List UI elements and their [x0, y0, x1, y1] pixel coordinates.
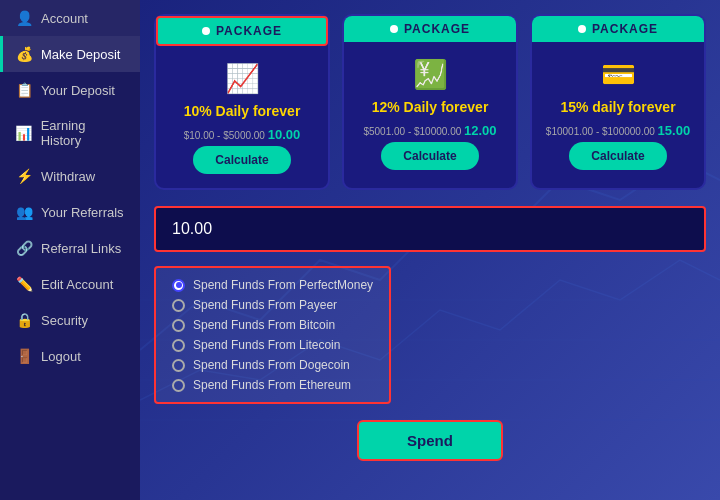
calculate-button-1[interactable]: Calculate: [381, 142, 478, 170]
calculate-button-2[interactable]: Calculate: [569, 142, 666, 170]
payment-label-0: Spend Funds From PerfectMoney: [193, 278, 373, 292]
payment-option-4[interactable]: Spend Funds From Dogecoin: [172, 358, 373, 372]
package-header-0: PACKAGE: [156, 16, 328, 46]
sidebar-label-withdraw: Withdraw: [41, 169, 95, 184]
sidebar-item-withdraw[interactable]: ⚡Withdraw: [0, 158, 140, 194]
edit-account-icon: ✏️: [15, 276, 33, 292]
package-dot-2: [578, 25, 586, 33]
sidebar-item-security[interactable]: 🔒Security: [0, 302, 140, 338]
package-header-1: PACKAGE: [344, 16, 516, 42]
payment-option-1[interactable]: Spend Funds From Payeer: [172, 298, 373, 312]
withdraw-icon: ⚡: [15, 168, 33, 184]
logout-icon: 🚪: [15, 348, 33, 364]
package-icon-0: 📈: [225, 62, 260, 95]
amount-input[interactable]: [154, 206, 706, 252]
package-header-label-2: PACKAGE: [592, 22, 658, 36]
package-header-label-1: PACKAGE: [404, 22, 470, 36]
sidebar-label-edit-account: Edit Account: [41, 277, 113, 292]
radio-circle-1: [172, 299, 185, 312]
sidebar-label-your-deposit: Your Deposit: [41, 83, 115, 98]
sidebar-item-your-deposit[interactable]: 📋Your Deposit: [0, 72, 140, 108]
package-range-2: $10001.00 - $100000.00 15.00: [546, 123, 690, 138]
package-card-1: PACKAGE 💹 12% Daily forever $5001.00 - $…: [342, 14, 518, 190]
payment-label-1: Spend Funds From Payeer: [193, 298, 337, 312]
sidebar-item-referral-links[interactable]: 🔗Referral Links: [0, 230, 140, 266]
sidebar-item-your-referrals[interactable]: 👥Your Referrals: [0, 194, 140, 230]
package-icon-2: 💳: [601, 58, 636, 91]
spend-row: Spend: [154, 420, 706, 461]
your-deposit-icon: 📋: [15, 82, 33, 98]
account-icon: 👤: [15, 10, 33, 26]
sidebar-item-account[interactable]: 👤Account: [0, 0, 140, 36]
radio-circle-0: [172, 279, 185, 292]
sidebar-item-make-deposit[interactable]: 💰Make Deposit: [0, 36, 140, 72]
package-header-label-0: PACKAGE: [216, 24, 282, 38]
package-title-1: 12% Daily forever: [366, 99, 495, 115]
your-referrals-icon: 👥: [15, 204, 33, 220]
payment-label-4: Spend Funds From Dogecoin: [193, 358, 350, 372]
security-icon: 🔒: [15, 312, 33, 328]
payment-option-2[interactable]: Spend Funds From Bitcoin: [172, 318, 373, 332]
payment-option-0[interactable]: Spend Funds From PerfectMoney: [172, 278, 373, 292]
package-title-0: 10% Daily forever: [178, 103, 307, 119]
make-deposit-icon: 💰: [15, 46, 33, 62]
sidebar-label-logout: Logout: [41, 349, 81, 364]
package-header-2: PACKAGE: [532, 16, 704, 42]
radio-circle-2: [172, 319, 185, 332]
payment-options: Spend Funds From PerfectMoney Spend Fund…: [154, 266, 391, 404]
sidebar-label-make-deposit: Make Deposit: [41, 47, 120, 62]
sidebar-item-edit-account[interactable]: ✏️Edit Account: [0, 266, 140, 302]
payment-label-2: Spend Funds From Bitcoin: [193, 318, 335, 332]
amount-row: [154, 206, 706, 252]
package-icon-1: 💹: [413, 58, 448, 91]
sidebar-item-earning-history[interactable]: 📊Earning History: [0, 108, 140, 158]
package-range-1: $5001.00 - $10000.00 12.00: [363, 123, 496, 138]
referral-links-icon: 🔗: [15, 240, 33, 256]
radio-inner-0: [176, 282, 182, 288]
sidebar-label-earning-history: Earning History: [41, 118, 128, 148]
package-badge-0: 10.00: [268, 127, 301, 142]
package-range-0: $10.00 - $5000.00 10.00: [184, 127, 301, 142]
package-card-0: PACKAGE 📈 10% Daily forever $10.00 - $50…: [154, 14, 330, 190]
package-title-2: 15% daily forever: [554, 99, 681, 115]
radio-circle-5: [172, 379, 185, 392]
earning-history-icon: 📊: [15, 125, 33, 141]
package-badge-1: 12.00: [464, 123, 497, 138]
sidebar: 👤Account💰Make Deposit📋Your Deposit📊Earni…: [0, 0, 140, 500]
payment-label-3: Spend Funds From Litecoin: [193, 338, 340, 352]
sidebar-item-logout[interactable]: 🚪Logout: [0, 338, 140, 374]
sidebar-label-your-referrals: Your Referrals: [41, 205, 124, 220]
payment-option-5[interactable]: Spend Funds From Ethereum: [172, 378, 373, 392]
payment-option-3[interactable]: Spend Funds From Litecoin: [172, 338, 373, 352]
sidebar-label-account: Account: [41, 11, 88, 26]
payment-label-5: Spend Funds From Ethereum: [193, 378, 351, 392]
radio-circle-3: [172, 339, 185, 352]
sidebar-label-security: Security: [41, 313, 88, 328]
calculate-button-0[interactable]: Calculate: [193, 146, 290, 174]
main-content: PACKAGE 📈 10% Daily forever $10.00 - $50…: [140, 0, 720, 500]
package-dot-0: [202, 27, 210, 35]
package-dot-1: [390, 25, 398, 33]
package-card-2: PACKAGE 💳 15% daily forever $10001.00 - …: [530, 14, 706, 190]
radio-circle-4: [172, 359, 185, 372]
package-badge-2: 15.00: [658, 123, 691, 138]
spend-button[interactable]: Spend: [357, 420, 503, 461]
sidebar-label-referral-links: Referral Links: [41, 241, 121, 256]
packages-row: PACKAGE 📈 10% Daily forever $10.00 - $50…: [154, 14, 706, 190]
